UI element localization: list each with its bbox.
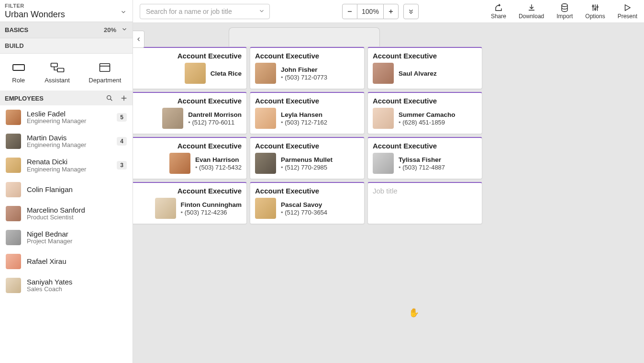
- present-button[interactable]: Present: [618, 3, 637, 20]
- card-person-name: Pascal Savoy: [281, 201, 327, 208]
- card-body: Summer Camacho(628) 451-1859: [373, 108, 477, 129]
- org-card[interactable]: Account ExecutiveTylissa Fisher(503) 712…: [367, 137, 482, 179]
- card-job-title: Job title: [373, 187, 477, 195]
- employees-header: EMPLOYEES: [0, 91, 133, 105]
- employee-count-badge: 3: [117, 161, 127, 170]
- employee-row[interactable]: Renata DickiEngineering Manager3: [0, 153, 133, 177]
- org-card[interactable]: Account ExecutiveParmenus Mullet(512) 77…: [250, 137, 365, 179]
- card-body: Parmenus Mullet(512) 770-2985: [255, 153, 359, 174]
- plus-icon: [388, 8, 394, 15]
- role-icon: [11, 62, 26, 73]
- assistant-icon: [50, 62, 65, 73]
- employee-row[interactable]: Rafael Xirau: [0, 250, 133, 273]
- employee-row[interactable]: Saniyah YatesSales Coach: [0, 273, 133, 297]
- card-body: Saul Alvarez: [373, 63, 477, 84]
- hand-cursor-icon: ✋: [409, 307, 419, 318]
- zoom-out-button[interactable]: [342, 4, 357, 19]
- chevron-down-icon: [120, 9, 127, 17]
- org-card[interactable]: Account ExecutiveDantrell Morrison(512) …: [133, 92, 247, 134]
- options-button[interactable]: Options: [585, 3, 605, 20]
- filter-selector[interactable]: FILTER Urban Wonders: [0, 0, 133, 22]
- avatar: [6, 110, 21, 125]
- svg-point-15: [592, 5, 594, 7]
- share-icon: [494, 3, 503, 12]
- build-tools: Role Assistant Department: [0, 54, 133, 91]
- card-info: Cleta Rice: [211, 70, 242, 77]
- share-button[interactable]: Share: [491, 3, 506, 20]
- download-icon: [527, 3, 536, 12]
- org-card[interactable]: Account ExecutiveCleta Rice: [133, 47, 247, 89]
- org-card[interactable]: Account ExecutiveFinton Cunningham(503) …: [133, 182, 247, 224]
- avatar: [255, 108, 276, 129]
- department-icon: [98, 62, 112, 73]
- card-phone: (512) 770-2985: [281, 164, 333, 171]
- avatar: [185, 63, 206, 84]
- card-job-title: Account Executive: [255, 142, 359, 150]
- section-basics[interactable]: BASICS 20%: [0, 22, 133, 38]
- import-button[interactable]: Import: [556, 3, 573, 20]
- zoom-in-button[interactable]: [383, 4, 399, 19]
- card-body: Leyla Hansen(503) 712-7162: [255, 108, 359, 129]
- card-person-name: Parmenus Mullet: [281, 156, 333, 163]
- present-icon: [622, 3, 632, 12]
- group-tab-outline: [229, 27, 380, 46]
- card-person-name: Summer Camacho: [399, 111, 455, 118]
- card-phone: (628) 451-1859: [399, 119, 455, 126]
- search-icon[interactable]: [106, 94, 113, 102]
- card-person-name: Cleta Rice: [211, 70, 242, 77]
- employee-list: Leslie FadelEngineering Manager5Martin D…: [0, 105, 133, 363]
- employees-header-label: EMPLOYEES: [5, 95, 44, 102]
- card-job-title: Account Executive: [133, 97, 242, 105]
- options-icon: [590, 3, 600, 12]
- employee-row[interactable]: Colin Flanigan: [0, 178, 133, 202]
- card-job-title: Account Executive: [255, 97, 359, 105]
- card-person-name: Evan Harrison: [195, 156, 242, 163]
- employee-row[interactable]: Nigel BednarProject Manager: [0, 226, 133, 250]
- section-build[interactable]: BUILD: [0, 38, 133, 54]
- top-actions: Share Download Import Options Present: [491, 3, 637, 20]
- download-button[interactable]: Download: [519, 3, 544, 20]
- sidebar: FILTER Urban Wonders BASICS 20% BUILD Ro…: [0, 0, 133, 363]
- tool-assistant[interactable]: Assistant: [44, 62, 70, 84]
- card-info: Leyla Hansen(503) 712-7162: [281, 111, 327, 126]
- expand-button[interactable]: [403, 4, 419, 19]
- card-job-title: Account Executive: [373, 52, 477, 60]
- org-card[interactable]: Account ExecutiveLeyla Hansen(503) 712-7…: [250, 92, 365, 134]
- employee-meta: Leslie FadelEngineering Manager: [27, 110, 111, 125]
- org-card-placeholder[interactable]: Job title: [367, 182, 482, 224]
- tool-department[interactable]: Department: [89, 62, 121, 84]
- card-person-name: Tylissa Fisher: [399, 156, 445, 163]
- employee-row[interactable]: Leslie FadelEngineering Manager5: [0, 105, 133, 129]
- employee-name: Saniyah Yates: [27, 278, 127, 286]
- zoom-value[interactable]: 100%: [357, 4, 383, 19]
- employee-meta: Martin DavisEngineering Manager: [27, 134, 111, 149]
- card-body: Cleta Rice: [133, 63, 242, 84]
- plus-icon[interactable]: [120, 94, 128, 102]
- chevron-down-icon: [121, 26, 128, 34]
- employee-name: Renata Dicki: [27, 158, 111, 166]
- import-icon: [560, 3, 569, 12]
- org-card[interactable]: Account ExecutivePascal Savoy(512) 770-3…: [250, 182, 365, 224]
- avatar: [169, 153, 190, 174]
- employee-row[interactable]: Martin DavisEngineering Manager4: [0, 129, 133, 153]
- topbar: 100% Share Download Import: [133, 0, 644, 23]
- card-person-name: Dantrell Morrison: [188, 111, 242, 118]
- card-phone: (512) 770-3654: [281, 209, 327, 216]
- org-card[interactable]: Account ExecutiveSummer Camacho(628) 451…: [367, 92, 482, 134]
- org-card[interactable]: Account ExecutiveEvan Harrison(503) 712-…: [133, 137, 247, 179]
- card-body: Evan Harrison(503) 712-5432: [133, 153, 242, 174]
- section-basics-label: BASICS: [5, 26, 28, 34]
- org-card[interactable]: Account ExecutiveJohn Fisher(503) 712-07…: [250, 47, 365, 89]
- tool-role[interactable]: Role: [11, 62, 26, 84]
- card-person-name: Finton Cunningham: [181, 201, 242, 208]
- employee-title: Project Manager: [27, 238, 127, 245]
- org-card[interactable]: Account ExecutiveSaul Alvarez: [367, 47, 482, 89]
- employee-row[interactable]: Marcelino SanfordProduct Scientist: [0, 202, 133, 226]
- employee-title: Engineering Manager: [27, 118, 111, 125]
- collapse-sidebar-button[interactable]: [133, 31, 144, 48]
- card-phone: (503) 712-5432: [195, 164, 242, 171]
- canvas[interactable]: Account ExecutiveCleta RiceAccount Execu…: [133, 23, 644, 363]
- avatar: [6, 134, 21, 149]
- employee-meta: Saniyah YatesSales Coach: [27, 278, 127, 293]
- search-input[interactable]: [140, 4, 270, 19]
